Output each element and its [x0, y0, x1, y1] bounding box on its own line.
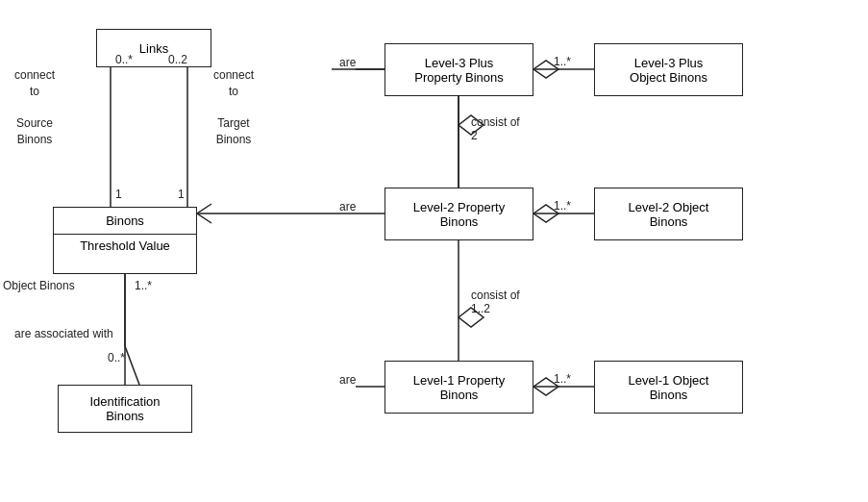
- level2prop-label: Level-2 PropertyBinons: [385, 196, 533, 233]
- mult-1star-l2-label: 1..*: [554, 199, 571, 213]
- svg-line-19: [125, 346, 139, 385]
- mult-02-label: 0..2: [168, 53, 187, 66]
- object-binons-label: Object Binons: [3, 279, 75, 292]
- identification-label: IdentificationBinons: [59, 390, 191, 427]
- level3obj-box: Level-3 PlusObject Binons: [594, 43, 743, 96]
- level1prop-label: Level-1 PropertyBinons: [385, 369, 533, 406]
- level2obj-box: Level-2 ObjectBinons: [594, 188, 743, 240]
- mult-1star-l3-label: 1..*: [554, 55, 571, 68]
- connect-target-label: connecttoTargetBinons: [213, 67, 254, 148]
- are-associated-label: are associated with: [14, 327, 113, 340]
- level3obj-label: Level-3 PlusObject Binons: [595, 52, 742, 88]
- binons-box: Binons Threshold Value: [53, 207, 197, 274]
- level1obj-label: Level-1 ObjectBinons: [595, 369, 742, 406]
- level1obj-box: Level-1 ObjectBinons: [594, 361, 743, 414]
- are-level2-label: are: [339, 200, 356, 213]
- are-level3-label: are: [339, 56, 356, 69]
- mult-1-right-label: 1: [178, 188, 185, 201]
- consist-of-2-label: consist of2: [471, 115, 520, 142]
- level1prop-box: Level-1 PropertyBinons: [384, 361, 533, 414]
- level3prop-box: Level-3 PlusProperty Binons: [384, 43, 533, 96]
- are-level1-label: are: [339, 373, 356, 387]
- diagram: Links Binons Threshold Value Identificat…: [0, 0, 868, 502]
- links-box: Links: [96, 29, 211, 67]
- consist-of-12-label: consist of1..2: [471, 289, 520, 315]
- mult-1-left-label: 1: [115, 188, 122, 201]
- threshold-value-label: Threshold Value: [54, 234, 196, 257]
- identification-box: IdentificationBinons: [58, 385, 192, 433]
- mult-1star-l1-label: 1..*: [554, 372, 571, 386]
- mult-1star-ob-label: 1..*: [135, 279, 152, 292]
- binons-label: Binons: [54, 208, 196, 234]
- links-label: Links: [97, 38, 211, 60]
- level2prop-box: Level-2 PropertyBinons: [384, 188, 533, 240]
- level3prop-label: Level-3 PlusProperty Binons: [385, 52, 533, 88]
- mult-0star-id-label: 0..*: [108, 351, 125, 364]
- mult-0star-label: 0..*: [115, 53, 133, 66]
- level2obj-label: Level-2 ObjectBinons: [595, 196, 742, 233]
- connect-source-label: connecttoSourceBinons: [14, 67, 55, 148]
